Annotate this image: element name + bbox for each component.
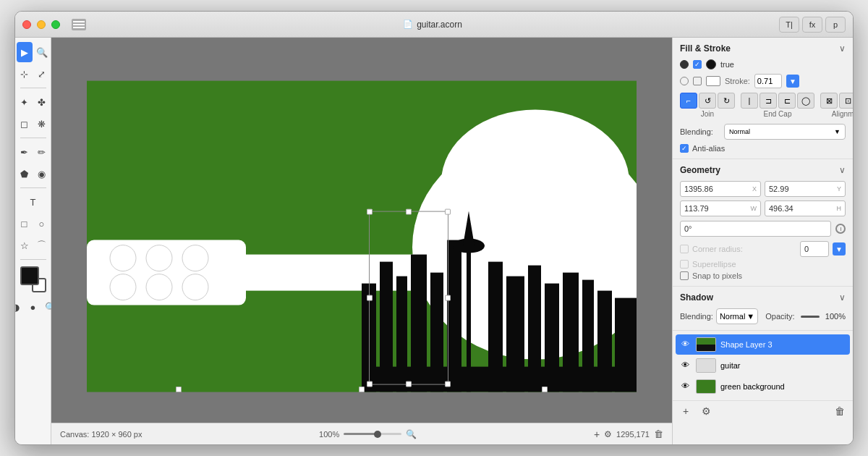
corner-radius-checkbox[interactable] <box>680 245 689 253</box>
eraser-tool[interactable]: ◻ <box>17 114 33 134</box>
stroke-color-preview[interactable] <box>706 76 720 86</box>
stroke-stepper[interactable]: ▼ <box>786 75 799 88</box>
end-cap-btn-3[interactable]: ⊏ <box>778 93 796 109</box>
zoom-slider[interactable] <box>344 433 401 435</box>
layer-item[interactable]: 👁 green background <box>676 376 850 397</box>
fill-checkbox[interactable]: ✓ <box>693 60 702 69</box>
bottom-handle-3[interactable] <box>542 387 548 392</box>
zoom-icon[interactable]: 🔍 <box>406 429 417 439</box>
shadow-toggle[interactable]: ∨ <box>839 292 846 303</box>
path-tools-row: ⌐ ↺ ↻ Join | ⊐ ⊏ ◯ E <box>680 93 846 118</box>
stroke-checkbox[interactable] <box>693 77 702 85</box>
layer-visibility-icon[interactable]: 👁 <box>681 360 692 371</box>
shadow-blending-select[interactable]: Normal ▼ <box>716 308 758 324</box>
add-icon[interactable]: + <box>594 428 600 440</box>
layer-item[interactable]: 👁 guitar <box>676 355 850 376</box>
layer-visibility-icon[interactable]: 👁 <box>681 381 692 392</box>
fill-radio[interactable] <box>680 60 689 69</box>
cursor-tool-button[interactable]: T| <box>779 17 799 33</box>
handle-tl[interactable] <box>367 209 373 215</box>
space-needle-spire <box>463 211 475 246</box>
alignment-group: ⊠ ⊡ ⊞ Alignment <box>820 93 853 118</box>
tool-pair-4: ◻ ❋ <box>17 114 50 134</box>
trash-icon[interactable]: 🗑 <box>654 428 663 439</box>
eyedrop-tool[interactable]: ◉ <box>34 164 50 184</box>
layer-visibility-icon[interactable]: 👁 <box>681 339 692 350</box>
delete-layer-button[interactable]: 🗑 <box>833 404 847 418</box>
bottom-handle-1[interactable] <box>176 387 182 392</box>
add-layer-button[interactable]: + <box>678 404 693 418</box>
stroke-radio[interactable] <box>680 77 689 85</box>
transform-tool[interactable]: ⤢ <box>34 64 50 84</box>
handle-tr[interactable] <box>445 209 451 215</box>
p-button[interactable]: p <box>825 17 846 33</box>
rect-tool[interactable]: □ <box>17 214 33 234</box>
align-btn-2[interactable]: ⊡ <box>839 93 853 109</box>
join-group: ⌐ ↺ ↻ Join <box>680 93 735 118</box>
maximize-button[interactable] <box>51 20 60 29</box>
stroke-value-field[interactable]: 0.71 <box>754 74 782 88</box>
layers-list: 👁 Shape Layer 3 👁 guitar <box>673 331 853 400</box>
opacity-slider[interactable] <box>801 316 820 318</box>
corner-radius-field[interactable]: 0 <box>800 241 829 257</box>
smudge-tool[interactable]: ❋ <box>34 114 50 134</box>
gear-icon[interactable]: ⚙ <box>604 429 612 439</box>
anti-alias-checkbox[interactable]: ✓ <box>680 144 689 153</box>
corner-radius-stepper[interactable]: ▼ <box>833 242 846 256</box>
handle-mr[interactable] <box>445 295 451 301</box>
snap-checkbox[interactable] <box>680 271 689 280</box>
geometry-toggle[interactable]: ∨ <box>839 165 846 175</box>
layers-section: 👁 Shape Layer 3 👁 guitar <box>673 331 853 444</box>
crop-tool[interactable]: ⊹ <box>17 64 33 84</box>
brush-tool[interactable]: ✦ <box>17 92 33 112</box>
geo-y-field[interactable]: 52.99 Y <box>765 181 846 197</box>
tool-pair-5: ✒ ✏ <box>17 142 50 162</box>
geo-x-field[interactable]: 1395.86 X <box>680 181 761 197</box>
color-swatch[interactable] <box>20 266 46 292</box>
fill-color-dot[interactable] <box>706 59 716 69</box>
zoom-tool[interactable]: 🔍 <box>34 42 50 62</box>
end-cap-btn-4[interactable]: ◯ <box>797 93 814 109</box>
gear-layer-button[interactable]: ⚙ <box>699 404 713 418</box>
align-btn-1[interactable]: ⊠ <box>820 93 838 109</box>
extra-tool-1[interactable]: ◑ <box>15 297 24 317</box>
join-btn-2[interactable]: ↺ <box>699 93 716 109</box>
layer-item[interactable]: 👁 Shape Layer 3 <box>676 334 850 355</box>
superellipse-checkbox[interactable] <box>680 260 689 269</box>
fx-button[interactable]: fx <box>802 17 822 33</box>
sidebar-toggle[interactable] <box>72 19 86 30</box>
angle-dial[interactable] <box>835 224 846 234</box>
pen-tool[interactable]: ✒ <box>17 142 33 162</box>
handle-tm[interactable] <box>406 209 412 215</box>
zoom-thumb[interactable] <box>374 431 381 438</box>
anti-alias-label: Anti-alias <box>692 144 725 153</box>
fill-stroke-toggle[interactable]: ∨ <box>839 43 846 54</box>
end-cap-btn-2[interactable]: ⊐ <box>760 93 777 109</box>
canvas-area[interactable]: Canvas: 1920 × 960 px 100% 🔍 + ⚙ 1295,17… <box>51 38 672 444</box>
minimize-button[interactable] <box>37 20 46 29</box>
stamp-tool[interactable]: ✤ <box>34 92 50 112</box>
oval-tool[interactable]: ○ <box>34 214 50 234</box>
geo-w-field[interactable]: 113.79 W <box>680 200 761 216</box>
foreground-color[interactable] <box>20 266 39 285</box>
join-btn-3[interactable]: ↻ <box>718 93 735 109</box>
alignment-label: Alignment <box>832 110 853 118</box>
star-tool[interactable]: ☆ <box>17 235 33 256</box>
text-tool[interactable]: T <box>20 192 46 212</box>
bottom-handle-2[interactable] <box>359 387 365 392</box>
geo-h-field[interactable]: 496.34 H <box>765 200 846 216</box>
pencil-tool[interactable]: ✏ <box>34 142 50 162</box>
fill-tool[interactable]: ⬟ <box>17 164 33 184</box>
handle-ml[interactable] <box>367 295 373 301</box>
join-btn-1[interactable]: ⌐ <box>680 93 697 109</box>
close-button[interactable] <box>22 20 31 29</box>
geo-x-unit: X <box>752 185 757 193</box>
curve-tool[interactable]: ⌒ <box>34 235 50 256</box>
geo-angle-field[interactable]: 0° <box>680 221 831 237</box>
blending-select[interactable]: Normal ▼ <box>724 124 846 140</box>
end-cap-btn-1[interactable]: | <box>741 93 758 109</box>
app-window: 📄 guitar.acorn T| fx p ▶ 🔍 ⊹ ⤢ <box>14 11 854 445</box>
select-tool[interactable]: ▶ <box>17 42 33 62</box>
zoom-control: 100% 🔍 <box>319 429 417 439</box>
extra-tool-2[interactable]: ● <box>25 297 41 317</box>
